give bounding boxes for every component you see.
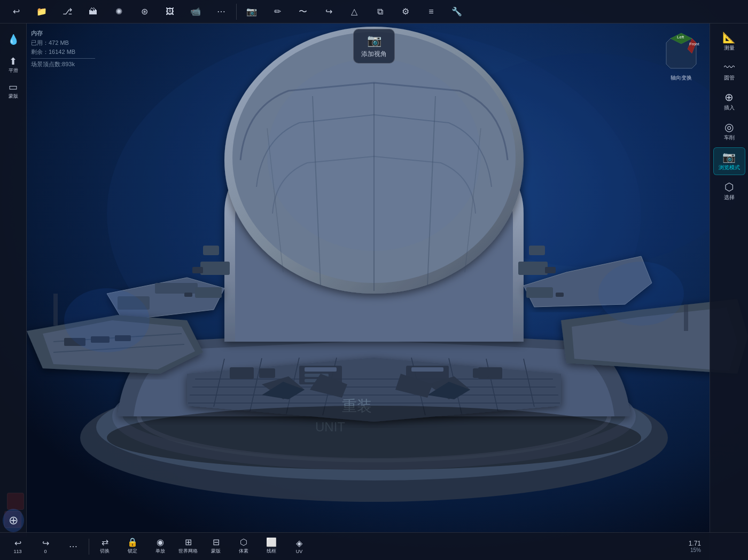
warning-button[interactable]: △ (342, 2, 366, 22)
scene-icon: 🏔 (89, 7, 97, 16)
lock-button[interactable]: 🔒 锁定 (119, 535, 146, 558)
config-button[interactable]: ⚙ (394, 2, 417, 22)
add-view-icon: 📷 (367, 34, 381, 48)
share-button[interactable]: ⎇ (56, 2, 79, 22)
video-button[interactable]: 📹 (184, 2, 207, 22)
object-icon: ⬡ (240, 538, 247, 547)
redo-icon: ↪ (325, 7, 332, 16)
layers-button[interactable]: ⧉ (368, 2, 392, 22)
svg-rect-36 (259, 368, 275, 378)
redo-top-button[interactable]: ↪ (317, 2, 340, 22)
curve-button[interactable]: 〜 (291, 2, 315, 22)
image-button[interactable]: 🖼 (158, 2, 182, 22)
browse-icon: 📷 (722, 152, 736, 162)
single-label: 单放 (155, 548, 165, 555)
layers-icon: ⧉ (377, 7, 383, 16)
more-icon: ⋯ (217, 7, 225, 16)
3d-model-scene: 重装 UNIT (0, 0, 748, 560)
undo-count: 113 (13, 549, 21, 554)
insert-button[interactable]: ⊕ 插入 (713, 88, 745, 115)
switch-label: 切换 (100, 548, 110, 555)
select-label: 选择 (724, 194, 735, 201)
lathe-icon: ◎ (724, 122, 734, 132)
lock-icon: 🔒 (127, 538, 138, 547)
switch-button[interactable]: ⇄ 切换 (91, 535, 118, 558)
svg-point-49 (267, 59, 481, 251)
world-grid-button[interactable]: ⊞ 世界网格 (175, 535, 201, 558)
scene-button[interactable]: 🏔 (81, 2, 105, 22)
svg-text:Left: Left (677, 35, 684, 40)
svg-rect-39 (200, 262, 230, 275)
tools-icon: 🔧 (451, 7, 462, 16)
camera-icon: 📷 (246, 7, 257, 16)
more-bottom-button[interactable]: ⋯ (60, 535, 87, 558)
zoom-percent: 15% (689, 547, 701, 553)
settings-top-button[interactable]: ✺ (107, 2, 130, 22)
menu-button[interactable]: ≡ (419, 2, 443, 22)
bottom-toolbar: ↩ 113 ↪ 0 ⋯ ⇄ 切换 🔒 锁定 ◉ 单放 ⊞ 世界网格 ⊟ 蒙版 ⬡… (0, 532, 748, 560)
more-top-button[interactable]: ⋯ (209, 2, 233, 22)
folder-icon: 📁 (36, 7, 47, 16)
wireframe-button[interactable]: ⬜ 线框 (258, 535, 285, 558)
lock-label: 锁定 (128, 548, 137, 555)
svg-point-51 (598, 262, 684, 326)
uv-label: UV (296, 549, 303, 554)
single-button[interactable]: ◉ 单放 (147, 535, 174, 558)
svg-rect-40 (192, 267, 203, 273)
smooth-icon: ⬆ (9, 57, 17, 66)
svg-point-50 (64, 288, 150, 352)
measure-button[interactable]: 📐 测量 (713, 28, 745, 56)
wireframe-label: 线框 (267, 548, 276, 555)
svg-rect-48 (556, 293, 564, 297)
measure-icon: 📐 (722, 32, 736, 43)
redo-bottom-button[interactable]: ↪ 0 (32, 535, 59, 558)
browse-button[interactable]: 📷 浏览模式 (713, 147, 745, 175)
object-button[interactable]: ⬡ 体素 (230, 535, 257, 558)
smooth-button[interactable]: ⬆ 平滑 (2, 53, 25, 77)
svg-rect-44 (518, 262, 548, 275)
world-grid-icon: ⊞ (185, 538, 192, 547)
lathe-label: 车削 (724, 134, 735, 141)
file-button[interactable]: 📁 (30, 2, 53, 22)
svg-rect-38 (473, 368, 489, 378)
share-icon: ⎇ (63, 7, 72, 16)
insert-label: 插入 (724, 104, 735, 112)
svg-rect-54 (53, 294, 58, 326)
top-toolbar: ↩ 📁 ⎇ 🏔 ✺ ⊛ 🖼 📹 ⋯ 📷 ✏ 〜 ↪ △ ⧉ ⚙ (0, 0, 748, 23)
svg-rect-35 (230, 367, 254, 379)
object-label: 体素 (239, 548, 248, 555)
orientation-cube[interactable]: Left Front 轴向变换 (660, 32, 703, 75)
undo-top-button[interactable]: ↩ (4, 2, 28, 22)
pipe-label: 圆管 (724, 74, 735, 82)
uv-button[interactable]: ◈ UV (286, 535, 313, 558)
paint-button[interactable]: 💧 (2, 28, 25, 51)
svg-rect-45 (545, 267, 556, 273)
lathe-button[interactable]: ◎ 车削 (713, 117, 745, 145)
mask-button[interactable]: ▭ 蒙版 (2, 79, 25, 102)
pen-button[interactable]: ✏ (266, 2, 289, 22)
svg-rect-55 (684, 304, 688, 331)
tools-button[interactable]: 🔧 (445, 2, 469, 22)
axis-button[interactable]: ⊕ (3, 509, 24, 532)
more-bottom-icon: ⋯ (69, 542, 77, 551)
svg-rect-34 (411, 367, 443, 372)
svg-rect-41 (203, 246, 219, 255)
svg-text:Front: Front (689, 42, 699, 46)
select-button[interactable]: ⬡ 选择 (713, 177, 745, 205)
paint-icon: 💧 (7, 35, 19, 44)
pipe-button[interactable]: 〰 圆管 (713, 58, 745, 85)
measure-label: 测量 (724, 44, 735, 52)
add-view-button[interactable]: 📷 添加视角 (353, 29, 395, 64)
brush-button[interactable]: ⊛ (133, 2, 156, 22)
camera-button[interactable]: 📷 (240, 2, 263, 22)
config-icon: ⚙ (402, 7, 409, 16)
brush-icon: ⊛ (141, 7, 148, 16)
svg-rect-30 (305, 367, 337, 372)
undo-bottom-button[interactable]: ↩ 113 (4, 535, 31, 558)
svg-point-56 (107, 406, 641, 470)
add-view-label: 添加视角 (361, 50, 387, 59)
draft-view-button[interactable]: ⊟ 蒙版 (202, 535, 229, 558)
axis-icon: ⊕ (9, 515, 18, 526)
viewport[interactable]: 重装 UNIT (0, 0, 748, 560)
wireframe-icon: ⬜ (266, 538, 277, 547)
